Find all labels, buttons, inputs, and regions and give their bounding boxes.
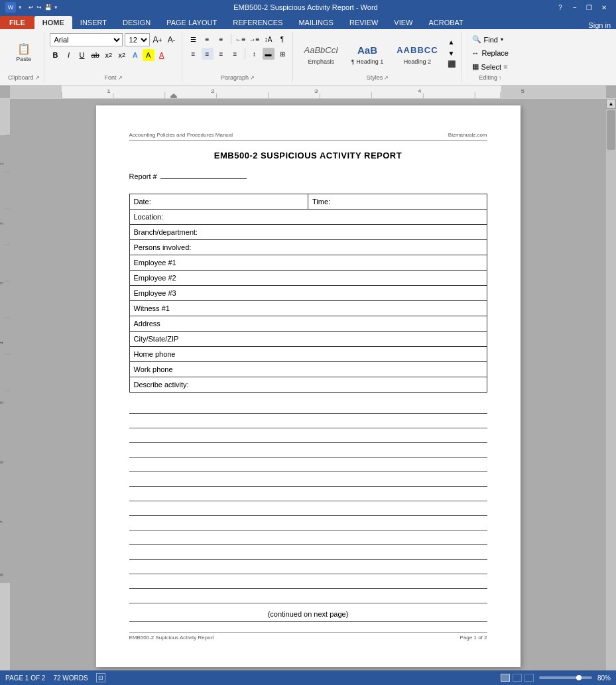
font-arrow[interactable]: ↗	[118, 75, 123, 81]
paste-icon: 📋	[17, 44, 31, 54]
persons-cell: Persons involved:	[129, 240, 487, 255]
paste-button[interactable]: 📋 Paste	[13, 35, 34, 71]
font-family-select[interactable]: Arial	[50, 33, 123, 46]
employee1-cell: Employee #1	[129, 255, 487, 271]
text-effect-button[interactable]: A	[129, 49, 141, 61]
close-button[interactable]: ✕	[597, 2, 611, 13]
strikethrough-button[interactable]: ab	[90, 49, 101, 61]
multilevel-list-btn[interactable]: ≡	[216, 33, 227, 45]
shading-btn[interactable]: ▬	[263, 48, 275, 60]
styles-scroll-up[interactable]: ▲	[446, 36, 458, 48]
activity-form-table: Date: Time: Location: Branch/department:…	[129, 194, 487, 393]
decrease-indent-btn[interactable]: ←≡	[235, 33, 247, 45]
tab-acrobat[interactable]: ACROBAT	[420, 16, 471, 29]
find-button[interactable]: 🔍 Find ▾	[467, 33, 508, 46]
style-heading1[interactable]: AaB ¶ Heading 1	[345, 38, 389, 68]
superscript-button[interactable]: x2	[116, 49, 128, 61]
tab-design[interactable]: DESIGN	[115, 16, 158, 29]
increase-font-btn[interactable]: A+	[152, 34, 164, 46]
ribbon-content: 📋 Paste Clipboard ↗ Arial 12 A+ A- B	[0, 29, 616, 86]
desc-line-7	[129, 487, 487, 501]
select-button[interactable]: ▦ Select =	[467, 60, 513, 73]
bullet-list-btn[interactable]: ☰	[188, 33, 200, 45]
font-size-select[interactable]: 12	[125, 33, 150, 46]
reading-view-btn[interactable]	[513, 674, 522, 682]
vertical-scrollbar[interactable]: ▲ ▼	[606, 99, 616, 685]
window-controls[interactable]: ? − ❐ ✕	[554, 2, 611, 13]
line-spacing-btn[interactable]: ↕	[249, 48, 261, 60]
print-layout-btn[interactable]	[501, 674, 510, 682]
align-right-btn[interactable]: ≡	[216, 48, 227, 60]
report-label: Report #	[129, 172, 157, 180]
style-heading2[interactable]: AABBCC Heading 2	[391, 38, 444, 68]
justify-btn[interactable]: ≡	[229, 48, 241, 60]
editing-arrow[interactable]: ↑	[499, 75, 501, 81]
numbered-list-btn[interactable]: ≡	[202, 33, 214, 45]
svg-text:2: 2	[0, 222, 4, 225]
clipboard-controls: 📋 Paste	[13, 33, 34, 73]
word-count: 72 WORDS	[53, 674, 88, 682]
editing-label-text: Editing	[479, 74, 497, 81]
tab-review[interactable]: REVIEW	[341, 16, 386, 29]
clipboard-arrow[interactable]: ↗	[35, 75, 40, 81]
styles-controls: AaBbCcI Emphasis AaB ¶ Heading 1 AABBCC …	[298, 33, 458, 73]
paragraph-arrow[interactable]: ↗	[250, 75, 255, 81]
highlight-button[interactable]: A	[143, 49, 154, 61]
sign-in-button[interactable]: Sign in	[588, 21, 616, 29]
tab-mailings[interactable]: MAILINGS	[290, 16, 341, 29]
decrease-font-btn[interactable]: A-	[166, 34, 178, 46]
date-cell: Date:	[129, 194, 308, 210]
font-color-button[interactable]: A	[156, 49, 168, 61]
employee3-cell: Employee #3	[129, 286, 487, 301]
font-label: Font ↗	[105, 73, 123, 81]
select-label: Select =	[481, 63, 508, 71]
subscript-button[interactable]: x2	[103, 49, 115, 61]
sort-btn[interactable]: ↕A	[263, 33, 275, 45]
title-bar-left: W ▾ ↩ ↪ 💾 ▾	[5, 2, 58, 13]
style-emphasis[interactable]: AaBbCcI Emphasis	[298, 38, 344, 68]
footer-right: Page 1 of 2	[460, 635, 487, 641]
zoom-slider[interactable]	[539, 676, 592, 679]
header-right: Bizmanualz.com	[448, 132, 487, 138]
city-row: City/State/ZIP	[129, 332, 487, 347]
align-center-btn[interactable]: ≡	[202, 48, 214, 60]
increase-indent-btn[interactable]: →≡	[249, 33, 261, 45]
tab-references[interactable]: REFERENCES	[225, 16, 290, 29]
minimize-button[interactable]: −	[568, 2, 582, 13]
markup-button[interactable]: ⊡	[96, 673, 105, 682]
align-left-btn[interactable]: ≡	[188, 48, 200, 60]
desc-line-6	[129, 472, 487, 487]
header-left: Accounting Policies and Procedures Manua…	[129, 132, 233, 138]
page-container: Accounting Policies and Procedures Manua…	[10, 99, 606, 685]
bold-button[interactable]: B	[50, 49, 62, 61]
tab-home[interactable]: HOME	[34, 16, 72, 29]
tab-insert[interactable]: INSERT	[72, 16, 115, 29]
underline-button[interactable]: U	[76, 49, 88, 61]
show-marks-btn[interactable]: ¶	[277, 33, 288, 45]
tab-view[interactable]: VIEW	[386, 16, 420, 29]
border-btn[interactable]: ⊞	[277, 48, 288, 60]
city-cell: City/State/ZIP	[129, 332, 487, 347]
scroll-up-button[interactable]: ▲	[606, 99, 616, 109]
restore-button[interactable]: ❐	[583, 2, 596, 13]
italic-button[interactable]: I	[63, 49, 75, 61]
vertical-ruler: 1 2 3 4 5 6 7 8	[0, 99, 10, 685]
home-phone-row: Home phone	[129, 347, 487, 362]
zoom-thumb[interactable]	[576, 675, 582, 680]
location-cell: Location:	[129, 210, 487, 225]
styles-scroll-down[interactable]: ▼	[446, 48, 458, 59]
find-label: Find	[484, 36, 498, 44]
help-button[interactable]: ?	[554, 2, 567, 13]
tab-page-layout[interactable]: PAGE LAYOUT	[158, 16, 225, 29]
main-area: 1 2 3 4 5 6 7 8 Accounting Policies and …	[0, 99, 616, 685]
scroll-thumb[interactable]	[607, 110, 615, 150]
svg-rect-19	[170, 96, 177, 98]
tab-file[interactable]: FILE	[0, 16, 34, 29]
ribbon-group-editing: 🔍 Find ▾ ↔ Replace ▦ Select = Editing ↑	[463, 32, 517, 82]
employee2-row: Employee #2	[129, 271, 487, 286]
styles-expand[interactable]: ⬛	[446, 58, 458, 70]
styles-arrow[interactable]: ↗	[384, 75, 389, 81]
replace-label: Replace	[482, 49, 509, 57]
web-view-btn[interactable]	[524, 674, 534, 682]
replace-button[interactable]: ↔ Replace	[467, 47, 513, 59]
